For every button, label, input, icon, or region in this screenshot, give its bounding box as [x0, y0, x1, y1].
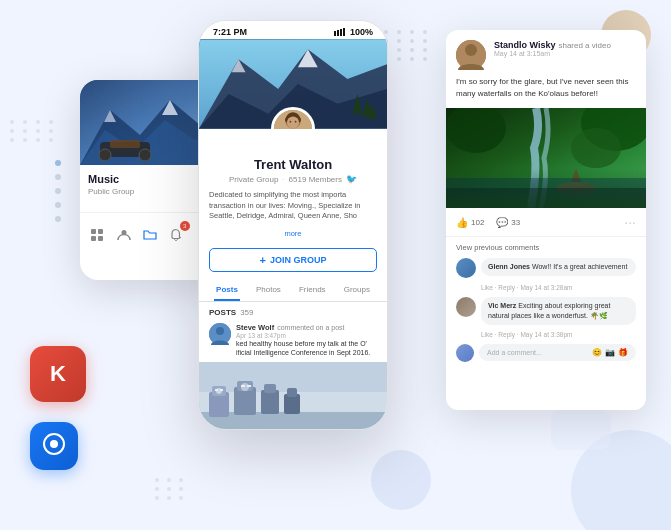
app-icon-blue[interactable] [30, 422, 78, 470]
svg-rect-9 [91, 229, 96, 234]
svg-point-34 [295, 121, 297, 123]
photo-icon[interactable]: 📷 [605, 348, 615, 357]
nav-bell-icon[interactable]: 3 [163, 221, 189, 249]
comment-bubble-1: Glenn Jones Wow!! It's a great achieveme… [481, 258, 636, 276]
post-author-avatar [209, 323, 231, 345]
twitter-icon: 🐦 [346, 174, 357, 184]
gift-icon[interactable]: 🎁 [618, 348, 628, 357]
phone-tabs: Posts Photos Friends Groups [199, 280, 387, 302]
svg-rect-52 [241, 385, 245, 387]
video-overlay [446, 168, 646, 208]
comment-text-1: Wow!! It's a great achievement [532, 263, 627, 270]
profile-info: Trent Walton Private Group · 6519 Member… [199, 157, 387, 240]
comment-emoji: 💬 [496, 217, 508, 228]
nav-person-icon[interactable] [110, 221, 136, 249]
like-count[interactable]: 👍 102 [456, 217, 484, 228]
deco-circle-small [371, 450, 431, 510]
profile-name: Trent Walton [209, 157, 377, 172]
commenter-name-2: Vic Merz [488, 302, 516, 309]
more-options-icon[interactable]: ··· [624, 214, 636, 230]
deco-message-bubble [551, 410, 611, 450]
comment-actions-1: Like · Reply · May 14 at 3:28am [481, 284, 636, 291]
svg-point-65 [50, 440, 58, 448]
svg-point-33 [290, 121, 292, 123]
music-group-title: Music [88, 173, 212, 185]
status-bar: 7:21 PM 100% [199, 21, 387, 39]
svg-rect-11 [91, 236, 96, 241]
svg-point-36 [216, 327, 224, 335]
fb-video-thumbnail[interactable]: ▶ [446, 108, 646, 208]
fb-post-text: I'm so sorry for the glare, but I've nev… [446, 76, 646, 108]
svg-rect-20 [343, 28, 345, 36]
svg-point-7 [139, 149, 151, 161]
nav-folder-icon[interactable] [137, 221, 163, 249]
music-group-subtitle: Public Group [88, 187, 212, 196]
svg-rect-49 [287, 388, 297, 397]
comment-input-box[interactable]: Add a comment... 😊 📷 🎁 [479, 344, 636, 361]
side-nav-indicators [55, 160, 61, 222]
fb-comments-section: View previous comments Glenn Jones Wow!!… [446, 237, 646, 368]
svg-rect-10 [98, 229, 103, 234]
post-text: ked healthy house before my talk at the … [236, 339, 377, 359]
svg-rect-12 [98, 236, 103, 241]
comment-input-row: Add a comment... 😊 📷 🎁 [456, 344, 636, 362]
comment-item-2: Vic Merz Exciting about exploring great … [456, 297, 636, 325]
fb-action-text: shared a video [558, 41, 610, 50]
tab-friends[interactable]: Friends [297, 280, 328, 301]
svg-rect-43 [234, 387, 256, 415]
svg-point-32 [287, 117, 299, 129]
fb-user-name: Standlo Wisky [494, 40, 555, 50]
tab-photos[interactable]: Photos [254, 280, 283, 301]
tab-groups[interactable]: Groups [342, 280, 372, 301]
current-user-avatar [456, 344, 474, 362]
svg-rect-8 [110, 140, 140, 148]
nav-grid-icon[interactable] [84, 221, 110, 249]
emoji-icon[interactable]: 😊 [592, 348, 602, 357]
comment-avatar-2 [456, 297, 476, 317]
comment-placeholder: Add a comment... [487, 349, 542, 356]
comment-count[interactable]: 💬 33 [496, 217, 520, 228]
status-time: 7:21 PM [213, 27, 247, 37]
blue-app-label [42, 432, 66, 461]
group-description: Dedicated to simplifying the most import… [209, 190, 377, 222]
post-content: Steve Wolf commented on a post Apr 13 at… [236, 323, 377, 359]
notification-badge: 3 [180, 221, 190, 231]
svg-point-59 [571, 128, 621, 168]
like-number: 102 [471, 218, 484, 227]
svg-rect-47 [264, 384, 276, 393]
join-group-button[interactable]: + JOIN GROUP [209, 248, 377, 272]
svg-rect-51 [220, 389, 223, 391]
like-emoji: 👍 [456, 217, 468, 228]
fb-post-date: May 14 at 3:15am [494, 50, 636, 57]
post-item: Steve Wolf commented on a post Apr 13 at… [199, 319, 387, 363]
app-icon-red[interactable]: K [30, 346, 86, 402]
svg-rect-38 [199, 362, 387, 392]
more-link[interactable]: more [284, 229, 301, 238]
svg-rect-50 [215, 389, 218, 391]
tab-posts[interactable]: Posts [214, 280, 240, 301]
phone-center: 7:21 PM 100% [198, 20, 388, 430]
svg-rect-18 [337, 30, 339, 36]
svg-rect-19 [340, 29, 342, 36]
member-count: 6519 Members [289, 175, 342, 184]
app-icons-container: K [30, 346, 86, 470]
view-previous-comments[interactable]: View previous comments [456, 243, 636, 252]
comment-actions-2: Like · Reply · May 14 at 3:38pm [481, 331, 636, 338]
svg-rect-17 [334, 31, 336, 36]
comment-item-1: Glenn Jones Wow!! It's a great achieveme… [456, 258, 636, 278]
comment-bubble-2: Vic Merz Exciting about exploring great … [481, 297, 636, 325]
fb-card-header: Standlo Wisky shared a video May 14 at 3… [446, 30, 646, 76]
post-date: Apr 13 at 3:47pm [236, 332, 377, 339]
facebook-card: Standlo Wisky shared a video May 14 at 3… [446, 30, 646, 410]
dots-grid-left [10, 120, 57, 142]
cover-photo [199, 39, 387, 129]
commenter-name-1: Glenn Jones [488, 263, 530, 270]
post-image [199, 362, 387, 430]
comment-avatar-1 [456, 258, 476, 278]
posts-header: POSTS 359 [199, 302, 387, 319]
svg-point-6 [99, 149, 111, 161]
post-action-text: commented on a post [277, 324, 344, 331]
fb-reactions-bar: 👍 102 💬 33 ··· [446, 208, 646, 237]
battery-level: 100% [350, 27, 373, 37]
dots-grid-bottom-left [155, 478, 186, 500]
